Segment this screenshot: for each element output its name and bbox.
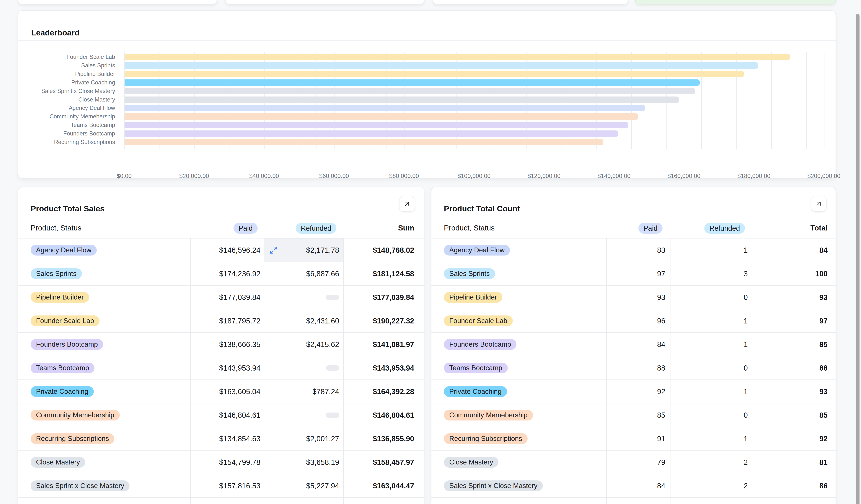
chart-bar[interactable] [125, 130, 618, 137]
table-row[interactable]: Pipeline Builder93093 [432, 285, 836, 309]
product-badge: Pipeline Builder [31, 292, 89, 303]
total-value: 85 [819, 411, 828, 419]
refunded-value: $2,431.60 [306, 317, 339, 325]
total-value: 93 [819, 387, 828, 396]
table-row[interactable]: Agency Deal Flow83184 [432, 238, 836, 262]
table-row[interactable]: Recurring Subscriptions$134,854.63$2,001… [18, 427, 424, 450]
table-row[interactable]: Private Coaching92193 [432, 380, 836, 403]
sum-value: $163,044.47 [373, 481, 414, 490]
product-badge: Private Coaching [444, 386, 507, 397]
chart-bar[interactable] [125, 62, 758, 69]
total-value: 100 [815, 269, 828, 278]
chart-x-tick: $200,000.00 [791, 172, 857, 180]
table-row[interactable]: Sales Sprints973100 [432, 262, 836, 285]
table-row[interactable]: Founders Bootcamp84185 [432, 333, 836, 356]
product-badge: Sales Sprint x Close Mastery [444, 480, 543, 491]
refunded-value: $5,227.94 [306, 481, 339, 490]
product-badge: Recurring Subscriptions [444, 433, 528, 444]
table-row[interactable]: Founders Bootcamp$138,666.35$2,415.62$14… [18, 333, 424, 356]
refunded-value: 0 [744, 364, 748, 372]
column-header-product: Product, Status [444, 224, 494, 232]
paid-value: $138,666.35 [219, 340, 260, 349]
chart-bar[interactable] [125, 54, 790, 60]
product-badge: Agency Deal Flow [31, 245, 97, 255]
column-header-sum: Sum [398, 224, 414, 232]
column-header-total: Total [810, 224, 828, 232]
paid-value: $187,795.72 [219, 317, 260, 325]
table-row[interactable]: Close Mastery79281 [432, 450, 836, 474]
table-row[interactable]: Sales Sprints$174,236.92$6,887.66$181,12… [18, 262, 424, 285]
paid-value: 79 [657, 458, 666, 466]
column-header-paid-pill: Paid [234, 223, 258, 234]
leaderboard-card: Leaderboard Founder Scale LabSales Sprin… [18, 10, 836, 179]
table-row[interactable]: Pipeline Builder$177,039.84$177,039.84 [18, 285, 424, 309]
column-divider [343, 238, 344, 504]
paid-value: $157,816.53 [219, 481, 260, 490]
column-divider [606, 238, 607, 504]
chart-bar[interactable] [125, 122, 628, 128]
column-divider [671, 238, 671, 504]
product-badge: Pipeline Builder [444, 292, 502, 303]
column-header-refunded-pill: Refunded [704, 223, 745, 234]
chart-bar[interactable] [125, 88, 695, 94]
total-value: 84 [819, 246, 828, 254]
table-row[interactable]: Private Coaching$163,605.04$787.24$164,3… [18, 380, 424, 403]
product-total-count-card: Product Total Count Product, Status Paid… [431, 187, 836, 504]
product-badge: Sales Sprint x Close Mastery [31, 480, 129, 491]
table-row[interactable]: Close Mastery$154,799.78$3,658.19$158,45… [18, 450, 424, 474]
column-divider [753, 238, 753, 504]
table-row[interactable]: Teams Bootcamp$143,953.94$143,953.94 [18, 356, 424, 380]
sum-value: $146,804.61 [373, 411, 414, 419]
total-value: 88 [819, 364, 828, 372]
chart-x-tick: $140,000.00 [580, 172, 647, 180]
chart-x-tick: $100,000.00 [441, 172, 507, 180]
scrollbar-thumb[interactable] [856, 14, 860, 504]
chart-bar[interactable] [125, 139, 603, 145]
paid-value: $143,953.94 [219, 364, 260, 372]
chart-x-tick: $160,000.00 [651, 172, 717, 180]
refunded-value: 1 [744, 340, 748, 349]
table-row[interactable]: Agency Deal Flow$146,596.24$2,171.78$148… [18, 238, 424, 262]
product-badge: Close Mastery [31, 457, 85, 467]
card-title: Product Total Sales [31, 204, 105, 213]
top-card-2 [225, 0, 425, 4]
expand-button[interactable] [399, 196, 415, 212]
refunded-value: 1 [744, 387, 748, 396]
product-badge: Agency Deal Flow [444, 245, 510, 255]
sum-value: $148,768.02 [373, 246, 414, 254]
chart-category-label: Private Coaching [18, 79, 115, 87]
leaderboard-title: Leaderboard [31, 28, 80, 37]
refunded-value: $2,171.78 [306, 246, 339, 254]
table-row[interactable]: Teams Bootcamp88088 [432, 356, 836, 380]
chart-category-label: Sales Sprint x Close Mastery [18, 87, 115, 95]
product-badge: Founders Bootcamp [444, 339, 517, 350]
chart-bar[interactable] [125, 71, 744, 77]
chart-x-tick: $60,000.00 [301, 172, 368, 180]
sum-value: $181,124.58 [373, 269, 414, 278]
chart-bar[interactable] [125, 105, 645, 111]
table-row[interactable]: Sales Sprint x Close Mastery$157,816.53$… [18, 474, 424, 498]
paid-value: 88 [657, 364, 666, 372]
table-body: Agency Deal Flow$146,596.24$2,171.78$148… [18, 238, 424, 498]
table-row[interactable]: Community Memebership85085 [432, 403, 836, 427]
refunded-value: 2 [744, 458, 748, 466]
expand-button[interactable] [811, 196, 826, 212]
refunded-empty-pill [326, 412, 339, 418]
chart-category-label: Recurring Subscriptions [18, 138, 115, 146]
table-row[interactable]: Community Memebership$146,804.61$146,804… [18, 403, 424, 427]
table-row[interactable]: Sales Sprint x Close Mastery84286 [432, 474, 836, 498]
chart-bar[interactable] [125, 113, 638, 120]
refunded-value: 0 [744, 411, 748, 419]
chart-x-tick: $80,000.00 [371, 172, 438, 180]
chart-bar[interactable] [125, 80, 700, 86]
chart-x-tick: $120,000.00 [510, 172, 577, 180]
expand-diagonal-icon[interactable] [270, 246, 278, 254]
sum-value: $158,457.97 [373, 458, 414, 466]
chart-bar[interactable] [125, 97, 679, 103]
table-row[interactable]: Founder Scale Lab$187,795.72$2,431.60$19… [18, 309, 424, 333]
product-badge: Close Mastery [444, 457, 498, 467]
table-row[interactable]: Recurring Subscriptions91192 [432, 427, 836, 450]
refunded-value: $3,658.19 [306, 458, 339, 466]
table-row[interactable]: Founder Scale Lab96197 [432, 309, 836, 333]
chart-category-label: Close Mastery [18, 96, 115, 104]
